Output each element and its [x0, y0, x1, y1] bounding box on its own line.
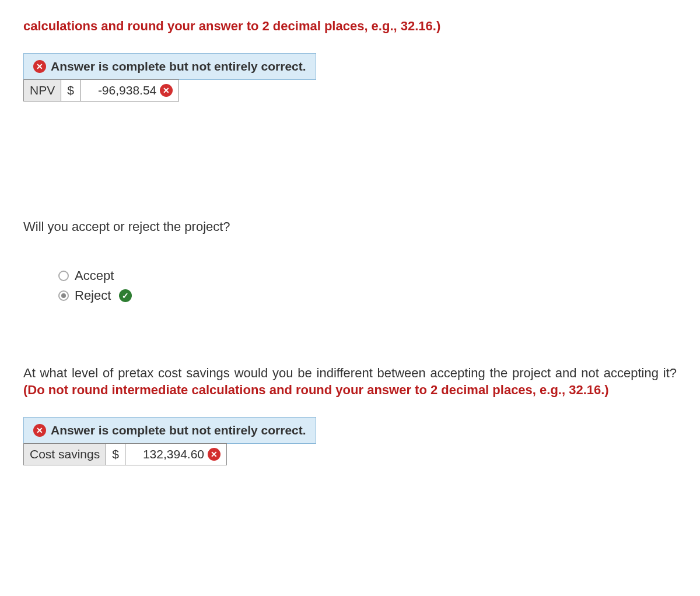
x-icon: ✕	[160, 84, 173, 97]
npv-answer-row: NPV $ -96,938.54 ✕	[23, 79, 179, 101]
cost-savings-label: Cost savings	[24, 444, 106, 465]
x-icon: ✕	[33, 424, 46, 437]
pretax-question-text: At what level of pretax cost savings wou…	[23, 366, 677, 380]
npv-value: -96,938.54	[86, 83, 156, 97]
accept-reject-question: Will you accept or reject the project?	[23, 218, 677, 236]
radio-label-accept: Accept	[75, 268, 114, 283]
radio-circle-accept[interactable]	[58, 271, 69, 281]
x-icon: ✕	[208, 448, 220, 461]
radio-option-reject[interactable]: Reject ✓	[58, 288, 677, 303]
cost-savings-answer-row: Cost savings $ 132,394.60 ✕	[23, 443, 227, 465]
radio-label-reject: Reject	[75, 288, 111, 303]
feedback-box-1: ✕ Answer is complete but not entirely co…	[23, 53, 316, 80]
top-instruction: calculations and round your answer to 2 …	[23, 17, 677, 36]
cost-savings-value: 132,394.60	[131, 447, 204, 461]
feedback-message-1: Answer is complete but not entirely corr…	[51, 59, 306, 73]
npv-label: NPV	[24, 80, 61, 101]
x-icon: ✕	[33, 60, 46, 73]
npv-currency: $	[61, 80, 80, 101]
feedback-box-2: ✕ Answer is complete but not entirely co…	[23, 417, 316, 444]
cost-savings-currency: $	[106, 444, 125, 465]
check-icon: ✓	[119, 289, 132, 302]
radio-circle-reject[interactable]	[58, 290, 69, 301]
pretax-question-instruction: (Do not round intermediate calculations …	[23, 383, 609, 397]
radio-option-accept[interactable]: Accept	[58, 268, 677, 283]
cost-savings-value-cell: 132,394.60 ✕	[125, 444, 226, 465]
radio-group: Accept Reject ✓	[58, 268, 677, 303]
feedback-message-2: Answer is complete but not entirely corr…	[51, 423, 306, 437]
pretax-question: At what level of pretax cost savings wou…	[23, 364, 677, 399]
npv-value-cell: -96,938.54 ✕	[80, 80, 178, 101]
